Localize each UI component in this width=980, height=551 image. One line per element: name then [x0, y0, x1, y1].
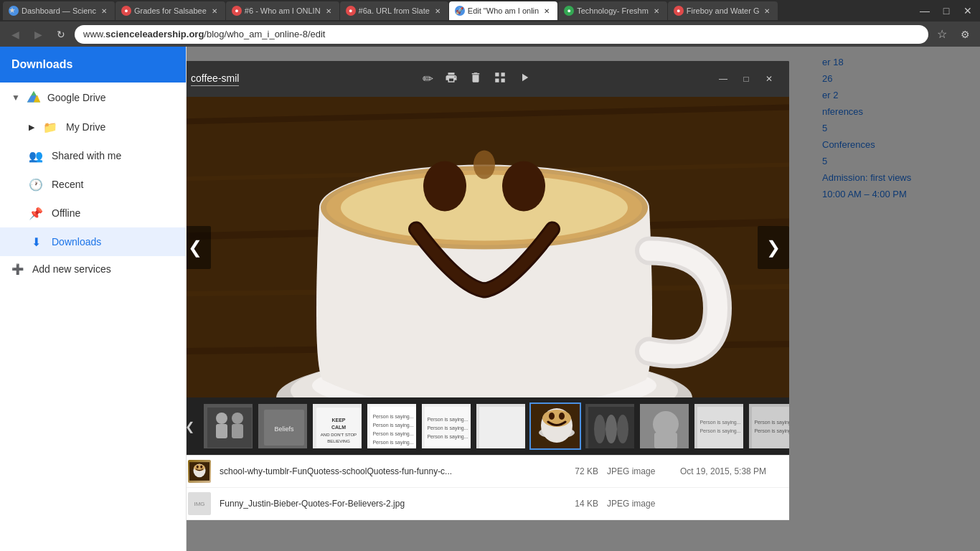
sidebar-item-add-new-services[interactable]: ➕ Add new services [0, 256, 186, 282]
thumbnail-9[interactable] [639, 402, 690, 450]
svg-point-53 [549, 413, 555, 420]
address-protocol: www. [83, 29, 105, 39]
tab-close-btn[interactable]: ✕ [99, 6, 109, 16]
google-drive-icon [26, 90, 42, 105]
file-info-bar: school-why-tumblr-FunQuotess-schoolQuote… [187, 455, 789, 520]
play-btn[interactable] [518, 71, 531, 88]
bookmark-btn[interactable]: ☆ [933, 25, 951, 44]
thumbnail-1[interactable] [202, 402, 254, 450]
close-browser-btn[interactable]: ✕ [958, 1, 977, 20]
svg-point-74 [197, 466, 199, 468]
tab-favicon: ● [232, 6, 242, 16]
folder-icon: 📁 [43, 120, 57, 134]
tab-close-btn[interactable]: ✕ [433, 6, 443, 16]
svg-text:Person is saying...: Person is saying... [372, 423, 413, 428]
tab-grades[interactable]: ● Grades for Salsabee ✕ [116, 1, 225, 20]
svg-text:Person is saying...: Person is saying... [699, 420, 740, 425]
settings-btn[interactable]: ⚙ [956, 25, 974, 44]
svg-text:Person is saying...: Person is saying... [754, 420, 789, 425]
sidebar-item-offline[interactable]: 📌 Offline [0, 199, 186, 227]
file-thumbnail-2: IMG [188, 492, 211, 515]
reload-btn[interactable]: ↻ [52, 25, 70, 44]
file-name-1: school-why-tumblr-FunQuotess-schoolQuote… [220, 466, 547, 476]
svg-rect-62 [654, 433, 677, 448]
viewer-maximize-btn[interactable]: □ [738, 70, 755, 88]
downloads-label: Downloads [52, 236, 101, 248]
thumbnail-5[interactable]: Person is saying... Person is saying... … [420, 402, 472, 450]
svg-point-75 [200, 466, 202, 468]
file-size-2: 14 KB [555, 499, 598, 509]
sidebar-title: Downloads [11, 58, 72, 71]
svg-point-23 [216, 413, 227, 424]
my-drive-label: My Drive [66, 121, 105, 133]
thumbnail-11[interactable]: Person is saying... Person is saying... [748, 402, 789, 450]
pin-icon: 📌 [29, 206, 43, 220]
thumbnail-2[interactable]: Beliefs [257, 402, 308, 450]
chevron-down-icon: ▼ [11, 93, 20, 103]
back-btn[interactable]: ◀ [6, 25, 24, 44]
tab-close-btn[interactable]: ✕ [762, 6, 772, 16]
file-size-1: 72 KB [555, 466, 598, 476]
sidebar-item-google-drive[interactable]: ▼ Google Drive [0, 83, 186, 113]
svg-text:Beliefs: Beliefs [274, 425, 294, 433]
tab-url-slate[interactable]: ● #6a. URL from Slate ✕ [340, 1, 448, 20]
svg-text:Person is saying...: Person is saying... [427, 425, 468, 431]
viewer-main-image-area: ❮ ❯ [187, 97, 789, 397]
print-btn[interactable] [445, 71, 458, 88]
thumbnail-4[interactable]: Person is saying... Person is saying... … [366, 402, 418, 450]
thumbnail-8[interactable] [584, 402, 636, 450]
tab-favicon: ● [564, 6, 574, 16]
thumbnail-10[interactable]: Person is saying... Person is saying... [693, 402, 745, 450]
viewer-minimize-btn[interactable]: — [715, 70, 732, 88]
tab-label: Edit "Who am I onlin [468, 6, 539, 15]
prev-image-btn[interactable]: ❮ [187, 226, 211, 269]
sidebar-item-recent[interactable]: 🕐 Recent [0, 170, 186, 199]
file-thumbnail [188, 460, 211, 483]
svg-text:Person is saying...: Person is saying... [427, 417, 468, 423]
tab-label: Technology- Freshm [577, 6, 649, 15]
viewer-close-btn[interactable]: ✕ [760, 70, 778, 88]
minimize-browser-btn[interactable]: — [915, 1, 934, 20]
svg-point-59 [617, 415, 628, 443]
sidebar-item-my-drive[interactable]: ▶ 📁 My Drive [0, 113, 186, 141]
file-type-1: JPEG image [607, 466, 672, 476]
svg-rect-48 [479, 407, 525, 448]
tab-close-btn[interactable]: ✕ [209, 6, 220, 16]
svg-point-18 [423, 161, 466, 212]
tab-favicon: ★ [9, 6, 19, 16]
svg-rect-22 [207, 408, 252, 448]
address-bar[interactable]: www.scienceleadership.org/blog/who_am_i_… [75, 25, 928, 44]
file-row-1: school-why-tumblr-FunQuotess-schoolQuote… [187, 456, 789, 488]
address-path: /blog/who_am_i_online-8/edit [204, 29, 325, 39]
file-type-2: JPEG image [607, 499, 672, 509]
tab-close-btn[interactable]: ✕ [651, 6, 661, 16]
tab-label: #6 - Who am I ONLIN [245, 6, 321, 15]
svg-text:KEEP: KEEP [331, 418, 345, 423]
tab-close-btn[interactable]: ✕ [324, 6, 334, 16]
edit-btn[interactable]: ✏ [423, 71, 433, 87]
maximize-browser-btn[interactable]: □ [937, 1, 956, 20]
svg-point-54 [559, 413, 565, 420]
thumbnail-3[interactable]: KEEP CALM AND DON'T STOP BELIEVING [311, 402, 363, 450]
sidebar-item-downloads[interactable]: ⬇ Downloads [0, 227, 186, 256]
tab-label: Dashboard — Scienc [22, 6, 96, 15]
tab-edit-active[interactable]: 🚀 Edit "Who am I onlin ✕ [449, 1, 557, 20]
thumbnail-7-selected[interactable] [529, 402, 581, 450]
thumbnail-6[interactable] [475, 402, 527, 450]
add-services-label: Add new services [32, 263, 111, 275]
next-image-btn[interactable]: ❯ [758, 226, 789, 269]
tab-who-am-i[interactable]: ● #6 - Who am I ONLIN ✕ [226, 1, 339, 20]
people-icon: 👥 [29, 149, 43, 163]
viewer-header: coffee-smil ✏ [187, 61, 789, 97]
tab-technology[interactable]: ● Technology- Freshm ✕ [558, 1, 667, 20]
tab-fireboy[interactable]: ● Fireboy and Water G ✕ [668, 1, 778, 20]
thumbnail-prev-btn[interactable]: ❮ [187, 420, 199, 433]
svg-text:BELIEVING: BELIEVING [327, 439, 350, 443]
sidebar-item-shared-with-me[interactable]: 👥 Shared with me [0, 141, 186, 170]
tab-dashboard[interactable]: ★ Dashboard — Scienc ✕ [3, 1, 115, 20]
forward-btn[interactable]: ▶ [29, 25, 47, 44]
viewer-window-controls: — □ ✕ [715, 70, 778, 88]
delete-btn[interactable] [469, 71, 482, 88]
tab-close-btn[interactable]: ✕ [542, 6, 552, 16]
grid-btn[interactable] [494, 71, 507, 88]
